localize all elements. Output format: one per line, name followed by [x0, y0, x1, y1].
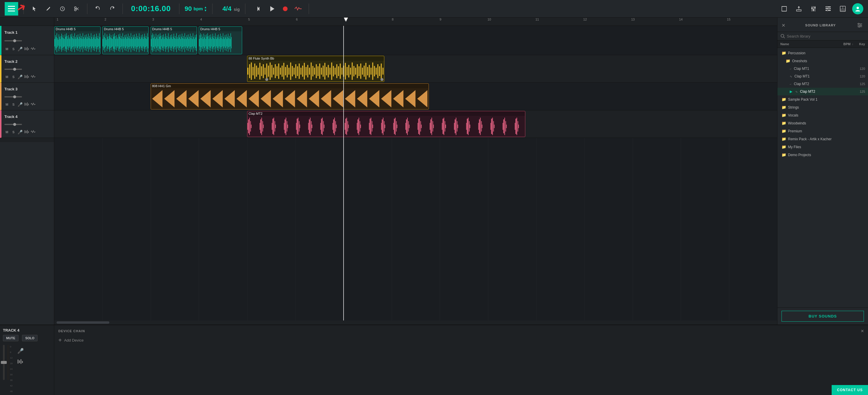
library-item-oneshots[interactable]: 📁 Oneshots: [777, 57, 868, 65]
loop-button[interactable]: [779, 3, 789, 14]
skip-back-button[interactable]: [254, 3, 265, 14]
track2-solo-btn[interactable]: S: [11, 75, 16, 79]
track2-volume-slider[interactable]: [4, 69, 51, 70]
scrollbar-thumb[interactable]: [57, 321, 110, 324]
track1-solo-btn[interactable]: S: [11, 47, 16, 51]
track3-volume-slider[interactable]: [4, 96, 51, 97]
record-button[interactable]: [280, 3, 290, 14]
track1-clip-1[interactable]: Drums HHB 5: [54, 26, 100, 54]
library-item-clap-mt1-1[interactable]: -· Clap MT1 120: [777, 65, 868, 73]
svg-rect-323: [278, 63, 279, 79]
library-footer: BUY SOUNDS: [777, 308, 868, 325]
scissors-tool-button[interactable]: [71, 3, 82, 14]
bottom-solo-button[interactable]: SOLO: [22, 335, 37, 341]
svg-rect-408: [247, 123, 248, 130]
track1-mute-btn[interactable]: M: [4, 47, 9, 51]
svg-rect-317: [268, 66, 269, 77]
svg-point-30: [829, 8, 830, 9]
svg-rect-211: [167, 39, 168, 47]
eq-icon-bottom[interactable]: [17, 359, 24, 365]
svg-rect-489: [442, 118, 443, 134]
library-item-percussion[interactable]: 📁 Percussion: [777, 49, 868, 57]
svg-rect-316: [266, 63, 267, 79]
library-settings-button[interactable]: [856, 21, 864, 29]
contact-us-button[interactable]: CONTACT US: [832, 385, 868, 395]
svg-rect-201: [161, 36, 161, 49]
track2-mute-btn[interactable]: M: [4, 75, 9, 79]
buy-sounds-button[interactable]: BUY SOUNDS: [781, 311, 864, 322]
window-button[interactable]: [838, 3, 848, 14]
svg-rect-513: [502, 123, 503, 130]
svg-rect-168: [136, 37, 136, 49]
library-item-clap-mt2-1[interactable]: -· Clap MT2 125: [777, 80, 868, 88]
mic-icon-bottom[interactable]: 🎤: [17, 348, 24, 354]
clock-tool-button[interactable]: [57, 3, 68, 14]
library-item-remix-pack[interactable]: 📁 Remix Pack - Artik x Kacher: [777, 135, 868, 143]
library-item-woodwinds[interactable]: 📁 Woodwinds: [777, 119, 868, 127]
automate-button[interactable]: [293, 3, 303, 14]
fader-track[interactable]: [3, 345, 5, 380]
svg-point-529: [781, 34, 784, 37]
add-device-button[interactable]: + Add Device: [58, 337, 84, 344]
track1-clip-4[interactable]: Drums HHB 5: [199, 26, 242, 54]
svg-rect-247: [192, 39, 193, 47]
library-item-vocals[interactable]: 📁 Vocals: [777, 111, 868, 119]
track2-row: 88 Flute Synth Bb: [54, 55, 777, 83]
svg-rect-474: [406, 119, 407, 133]
track4-solo-btn[interactable]: S: [11, 130, 16, 134]
item-name: Percussion: [788, 51, 865, 55]
track4-clip-1[interactable]: Clap MT2: [247, 111, 525, 137]
library-item-clap-mt2-active[interactable]: ▶ ∿ Clap MT2 125: [777, 88, 868, 95]
mix-button[interactable]: [808, 3, 819, 14]
track3-mute-btn[interactable]: M: [4, 102, 9, 107]
item-name-14: Demo Projects: [788, 153, 865, 157]
settings2-button[interactable]: [823, 3, 833, 14]
track1-clip-3[interactable]: Drums HHB 5: [151, 26, 197, 54]
svg-rect-469: [394, 118, 395, 134]
track4-volume-slider[interactable]: [4, 124, 51, 125]
svg-rect-65: [63, 35, 63, 50]
library-search-input[interactable]: [787, 34, 865, 38]
library-item-my-files[interactable]: 📁 My Files: [777, 143, 868, 151]
library-close-button[interactable]: ✕: [781, 23, 785, 28]
track1-eq-icon: [24, 47, 29, 52]
library-item-demo-projects[interactable]: 📁 Demo Projects: [777, 151, 868, 159]
avatar-button[interactable]: [852, 3, 863, 15]
track2-clip-1[interactable]: 88 Flute Synth Bb: [247, 56, 384, 82]
ruler-mark-3: 3: [152, 18, 154, 21]
bpm-arrows[interactable]: ▲ ▼: [204, 6, 207, 12]
user-icon: [855, 6, 861, 12]
pencil-tool-button[interactable]: [43, 3, 54, 14]
export-button[interactable]: [794, 3, 804, 14]
svg-rect-47: [27, 103, 28, 106]
track4-row: Clap MT2: [54, 110, 777, 138]
svg-rect-235: [184, 39, 184, 47]
library-item-sample-pack[interactable]: 📁 Sample Pack Vol 1: [777, 95, 868, 103]
track3-solo-btn[interactable]: S: [11, 102, 16, 107]
bottom-mute-button[interactable]: MUTE: [3, 335, 19, 341]
device-chain-close-button[interactable]: ×: [861, 328, 864, 334]
horizontal-scrollbar[interactable]: [54, 320, 777, 325]
library-item-clap-mt1-2[interactable]: ∿ Clap MT1 120: [777, 73, 868, 80]
select-tool-button[interactable]: [29, 3, 39, 14]
svg-marker-406: [405, 90, 415, 107]
play-button[interactable]: [267, 3, 278, 14]
menu-button[interactable]: [5, 2, 18, 16]
clip2-left-handle[interactable]: [265, 78, 268, 81]
svg-point-12: [283, 6, 287, 11]
redo-button[interactable]: [107, 3, 117, 14]
col-bpm-header[interactable]: BPM ↑: [839, 42, 854, 46]
track1-clip-2[interactable]: Drums HHB 5: [102, 26, 149, 54]
library-item-strings[interactable]: 📁 Strings: [777, 103, 868, 111]
svg-rect-91: [81, 38, 81, 47]
track3-clip-1[interactable]: 808 HH1 Gm: [151, 83, 429, 110]
library-item-premium[interactable]: 📁 Premium: [777, 127, 868, 135]
track4-mute-btn[interactable]: M: [4, 130, 9, 134]
item-name-7: Sample Pack Vol 1: [788, 97, 865, 102]
track1-volume-slider[interactable]: [4, 40, 51, 41]
svg-rect-108: [92, 39, 93, 47]
undo-button[interactable]: [93, 3, 103, 14]
svg-rect-184: [147, 39, 147, 47]
fader-thumb[interactable]: [1, 361, 7, 364]
svg-rect-422: [275, 125, 276, 128]
